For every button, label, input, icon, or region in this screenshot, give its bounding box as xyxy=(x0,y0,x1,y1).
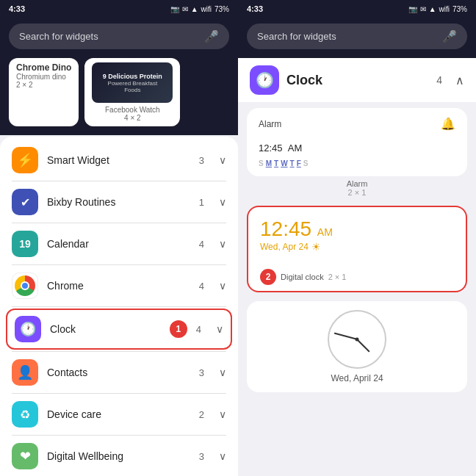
bixby-name: Bixby Routines xyxy=(47,196,190,208)
day-sat: S xyxy=(303,159,309,167)
digital-hours: 12:45 xyxy=(260,217,311,240)
chrome-dino-widget[interactable]: Chrome Dino Chromium dino2 × 2 xyxy=(9,58,79,126)
search-placeholder-right: Search for widgets xyxy=(257,31,336,42)
device-care-chevron[interactable]: ∨ xyxy=(219,408,226,420)
clock-detail-count: 4 xyxy=(436,74,442,86)
bixby-chevron[interactable]: ∨ xyxy=(219,196,226,208)
smart-widget-count: 3 xyxy=(199,155,204,166)
signal-icon: ▲ xyxy=(191,5,198,13)
digital-date-display: Wed, Apr 24 ☀ xyxy=(260,241,454,253)
chrome-chevron[interactable]: ∨ xyxy=(219,280,226,292)
alarm-card[interactable]: Alarm 🔔 12:45 AM S M T W T F S xyxy=(247,108,467,176)
analog-widget-container: Wed, April 24 xyxy=(247,301,467,392)
device-care-count: 2 xyxy=(199,409,204,420)
digital-wellbeing-chevron[interactable]: ∨ xyxy=(219,450,226,462)
day-wed: W xyxy=(281,159,287,167)
digital-footer: 2 Digital clock 2 × 1 xyxy=(248,263,466,291)
widget-list: ⚡ Smart Widget 3 ∨ ✔ Bixby Routines 1 ∨ … xyxy=(0,137,238,476)
day-mon: M xyxy=(266,159,272,167)
alarm-widget-size: 2 × 1 xyxy=(247,188,467,197)
digital-wellbeing-count: 3 xyxy=(199,451,204,462)
search-placeholder-left: Search for widgets xyxy=(19,31,98,42)
widget-item-chrome[interactable]: Chrome 4 ∨ xyxy=(0,265,238,306)
digital-date-text: Wed, Apr 24 xyxy=(260,242,309,252)
facebook-watch-widget[interactable]: 9 Delicious Protein Powered Breakfast Fo… xyxy=(84,58,180,126)
mail-icon: ✉ xyxy=(182,5,188,13)
facebook-watch-thumb: 9 Delicious Protein Powered Breakfast Fo… xyxy=(92,62,173,103)
sun-icon: ☀ xyxy=(311,241,321,253)
clock-badge: 1 xyxy=(170,320,187,338)
widget-item-device-care[interactable]: ♻ Device care 2 ∨ xyxy=(0,394,238,435)
digital-wellbeing-name: Digital Wellbeing xyxy=(47,450,190,462)
alarm-time-display: 12:45 AM xyxy=(259,134,455,156)
digital-widget-size: 2 × 1 xyxy=(328,273,347,281)
clock-name: Clock xyxy=(50,323,161,335)
day-sun: S xyxy=(259,159,264,167)
widget-item-smart[interactable]: ⚡ Smart Widget 3 ∨ xyxy=(0,140,238,181)
alarm-ampm: AM xyxy=(288,143,303,154)
bixby-count: 1 xyxy=(199,197,204,208)
camera-icon: 📷 xyxy=(170,5,179,13)
day-fri: F xyxy=(297,159,301,167)
widget-item-bixby[interactable]: ✔ Bixby Routines 1 ∨ xyxy=(0,181,238,223)
chrome-count: 4 xyxy=(199,281,204,292)
battery-left: 73% xyxy=(214,5,229,13)
analog-clock-card[interactable]: Wed, April 24 xyxy=(247,301,467,392)
collapse-icon[interactable]: ∧ xyxy=(455,73,464,87)
analog-clock-face xyxy=(328,310,386,369)
fb-watch-sub: Facebook Watch4 × 2 xyxy=(92,106,173,122)
widget-item-calendar[interactable]: 19 Calendar 4 ∨ xyxy=(0,223,238,264)
mic-icon-right[interactable]: 🎤 xyxy=(442,29,457,43)
search-input-left[interactable]: Search for widgets 🎤 xyxy=(9,24,229,49)
clock-icon-large: 🕐 xyxy=(250,65,279,95)
digital-wellbeing-icon: ❤ xyxy=(12,443,38,469)
contacts-name: Contacts xyxy=(47,367,190,378)
clock-icon: 🕐 xyxy=(15,316,41,342)
search-bar-left: Search for widgets 🎤 xyxy=(0,18,238,58)
mic-icon-left[interactable]: 🎤 xyxy=(204,29,219,43)
smart-chevron[interactable]: ∨ xyxy=(219,154,226,166)
left-panel: 4:33 📷 ✉ ▲ wifi 73% Search for widgets 🎤… xyxy=(0,0,238,476)
clock-widgets-list: Alarm 🔔 12:45 AM S M T W T F S Alarm xyxy=(238,102,476,476)
status-bar-left: 4:33 📷 ✉ ▲ wifi 73% xyxy=(0,0,238,18)
wifi-icon: wifi xyxy=(201,5,212,13)
status-icons-left: 📷 ✉ ▲ wifi 73% xyxy=(170,5,229,13)
chrome-icon xyxy=(12,273,38,299)
search-bar-right: Search for widgets 🎤 xyxy=(238,18,476,58)
device-care-icon: ♻ xyxy=(12,401,38,428)
camera-icon-r: 📷 xyxy=(408,5,417,13)
alarm-days: S M T W T F S xyxy=(259,159,455,167)
signal-icon-r: ▲ xyxy=(429,5,436,13)
time-left: 4:33 xyxy=(9,4,25,13)
clock-chevron[interactable]: ∨ xyxy=(216,323,223,335)
digital-time-display: 12:45 AM xyxy=(260,217,454,241)
time-right: 4:33 xyxy=(247,4,263,13)
calendar-count: 4 xyxy=(199,239,204,250)
widget-item-clock[interactable]: 🕐 Clock 1 4 ∨ xyxy=(6,309,232,350)
chrome-dino-sub: Chromium dino2 × 2 xyxy=(16,73,71,89)
calendar-name: Calendar xyxy=(47,238,190,250)
search-input-right[interactable]: Search for widgets 🎤 xyxy=(247,24,467,49)
alarm-card-label: Alarm xyxy=(259,119,281,129)
digital-widget-label: Digital clock xyxy=(281,273,324,281)
alarm-widget-label: Alarm xyxy=(247,179,467,188)
hour-hand xyxy=(356,339,369,352)
clock-detail-title: Clock xyxy=(286,73,429,88)
widget-preview-area: Chrome Dino Chromium dino2 × 2 9 Delicio… xyxy=(0,58,238,135)
day-thu: T xyxy=(290,159,295,167)
digital-clock-card[interactable]: 12:45 AM Wed, Apr 24 ☀ 2 Digital clock 2… xyxy=(247,206,467,292)
day-tue: T xyxy=(274,159,278,167)
alarm-widget-container: Alarm 🔔 12:45 AM S M T W T F S Alarm xyxy=(247,108,467,197)
digital-badge: 2 xyxy=(260,269,276,285)
contacts-chevron[interactable]: ∨ xyxy=(219,367,226,378)
widget-item-digital-wellbeing[interactable]: ❤ Digital Wellbeing 3 ∨ xyxy=(0,436,238,476)
right-panel: 4:33 📷 ✉ ▲ wifi 73% Search for widgets 🎤… xyxy=(238,0,476,476)
calendar-chevron[interactable]: ∨ xyxy=(219,238,226,250)
alarm-hour: 12:45 xyxy=(259,143,283,154)
contacts-count: 3 xyxy=(199,367,204,378)
status-icons-right: 📷 ✉ ▲ wifi 73% xyxy=(408,5,467,13)
analog-date: Wed, April 24 xyxy=(331,373,383,383)
widget-item-contacts[interactable]: 👤 Contacts 3 ∨ xyxy=(0,352,238,393)
digital-clock-inner: 12:45 AM Wed, Apr 24 ☀ xyxy=(248,207,466,263)
alarm-card-top: Alarm 🔔 xyxy=(259,117,455,131)
